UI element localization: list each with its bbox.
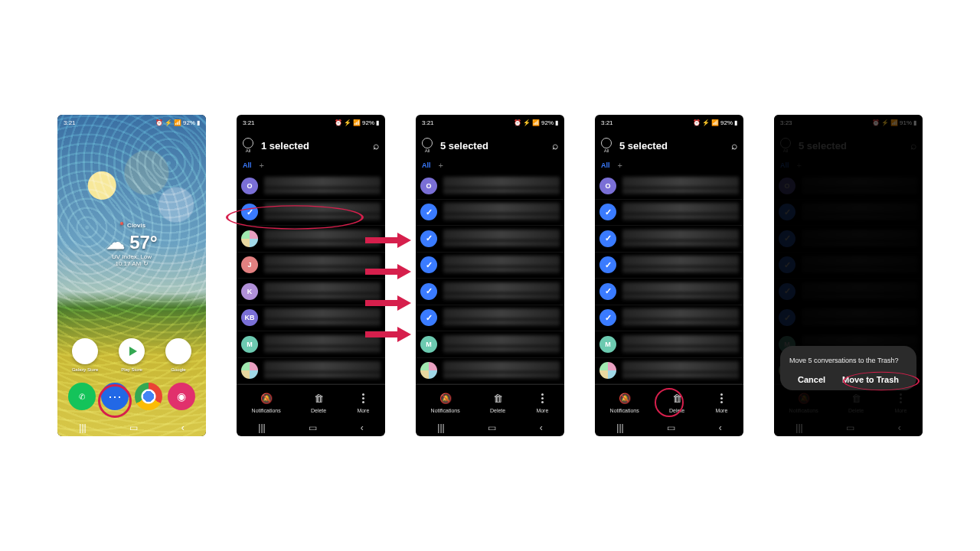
search-icon[interactable]: [373, 139, 379, 152]
add-category-button[interactable]: +: [439, 161, 443, 170]
checkmark-icon[interactable]: [599, 204, 616, 220]
conversation-row[interactable]: O: [237, 173, 385, 200]
recents-button[interactable]: |||: [258, 422, 265, 433]
conversation-row[interactable]: O: [416, 173, 564, 200]
contact-avatar[interactable]: [599, 362, 616, 379]
conversation-preview: [622, 177, 739, 195]
checkmark-icon[interactable]: [420, 256, 437, 273]
conversation-row[interactable]: [416, 358, 564, 385]
contact-avatar[interactable]: M: [599, 336, 616, 353]
delete-action[interactable]: Delete: [669, 392, 684, 413]
contact-avatar[interactable]: [241, 362, 258, 379]
add-category-button[interactable]: +: [618, 161, 622, 170]
android-nav[interactable]: ||| ▭ ‹: [595, 419, 743, 436]
contact-avatar[interactable]: J: [241, 256, 258, 273]
contact-avatar[interactable]: KB: [241, 309, 258, 326]
contact-avatar[interactable]: O: [420, 178, 437, 194]
checkmark-icon[interactable]: [241, 204, 258, 220]
conversation-row[interactable]: [416, 253, 564, 279]
back-button[interactable]: ‹: [540, 422, 543, 433]
conversation-row[interactable]: [595, 253, 743, 279]
cancel-button[interactable]: Cancel: [798, 375, 825, 384]
select-all-button[interactable]: All: [243, 138, 253, 153]
notifications-action[interactable]: Notifications: [431, 392, 460, 413]
conversation-list[interactable]: OJKKBM: [237, 173, 385, 384]
notifications-action[interactable]: Notifications: [610, 392, 639, 413]
more-action[interactable]: More: [714, 392, 728, 413]
contact-avatar[interactable]: [241, 230, 258, 247]
more-action[interactable]: More: [356, 392, 370, 413]
conversation-row[interactable]: K: [237, 279, 385, 305]
home-button[interactable]: ▭: [129, 422, 138, 433]
messages-app[interactable]: ⋯: [101, 383, 129, 410]
back-button[interactable]: ‹: [361, 422, 364, 433]
android-nav[interactable]: ||| ▭ ‹: [57, 419, 206, 436]
conversation-list[interactable]: OM: [416, 173, 564, 384]
contact-avatar[interactable]: M: [420, 336, 437, 353]
recents-button[interactable]: |||: [437, 422, 444, 433]
conversation-row[interactable]: [595, 200, 743, 227]
android-nav[interactable]: ||| ▭ ‹: [237, 419, 385, 436]
conversation-row[interactable]: [237, 200, 385, 227]
more-action[interactable]: More: [535, 392, 549, 413]
home-button[interactable]: ▭: [488, 422, 496, 433]
conversation-row[interactable]: [237, 226, 385, 253]
back-button[interactable]: ‹: [181, 422, 185, 433]
conversation-row[interactable]: [416, 305, 564, 332]
checkmark-icon[interactable]: [599, 256, 616, 273]
chrome-app[interactable]: [135, 383, 162, 410]
checkmark-icon[interactable]: [420, 230, 437, 247]
move-to-trash-button[interactable]: Move to Trash: [842, 375, 899, 384]
checkmark-icon[interactable]: [420, 204, 437, 220]
select-all-button[interactable]: All: [422, 138, 433, 153]
conversation-row[interactable]: O: [595, 173, 743, 200]
conversation-row[interactable]: [237, 358, 385, 385]
app-google-folder[interactable]: Google: [163, 338, 194, 372]
notifications-action[interactable]: Notifications: [252, 392, 281, 413]
android-nav[interactable]: ||| ▭ ‹: [416, 419, 564, 436]
app-galaxy-store[interactable]: 🛍 Galaxy Store: [70, 338, 100, 372]
conversation-row[interactable]: M: [416, 331, 564, 358]
recents-button[interactable]: |||: [79, 422, 86, 433]
contact-avatar[interactable]: O: [599, 178, 616, 194]
checkmark-icon[interactable]: [599, 283, 616, 300]
conversation-row[interactable]: J: [237, 253, 385, 279]
recents-button[interactable]: |||: [616, 422, 623, 433]
tab-all[interactable]: All: [601, 161, 610, 169]
add-category-button[interactable]: +: [260, 161, 264, 170]
selection-header: All 1 selected: [237, 130, 385, 161]
conversation-row[interactable]: [595, 226, 743, 253]
conversation-row[interactable]: KB: [237, 305, 385, 332]
conversation-row[interactable]: [416, 200, 564, 227]
conversation-row[interactable]: M: [237, 331, 385, 358]
conversation-row[interactable]: [416, 226, 564, 253]
contact-avatar[interactable]: [420, 362, 437, 379]
search-icon[interactable]: [552, 139, 558, 152]
conversation-row[interactable]: [416, 279, 564, 305]
phone-app[interactable]: ✆: [68, 383, 96, 410]
home-button[interactable]: ▭: [667, 422, 675, 433]
conversation-list[interactable]: OM: [595, 173, 743, 384]
conversation-row[interactable]: [595, 358, 743, 385]
home-button[interactable]: ▭: [309, 422, 317, 433]
conversation-row[interactable]: M: [595, 331, 743, 358]
tab-all[interactable]: All: [422, 161, 431, 169]
delete-action[interactable]: Delete: [490, 392, 505, 413]
delete-action[interactable]: Delete: [311, 392, 326, 413]
contact-avatar[interactable]: M: [241, 336, 258, 353]
conversation-row[interactable]: [595, 279, 743, 305]
checkmark-icon[interactable]: [599, 230, 616, 247]
instagram-app[interactable]: ◉: [168, 383, 195, 410]
contact-avatar[interactable]: O: [241, 178, 258, 194]
contact-avatar[interactable]: K: [241, 283, 258, 300]
checkmark-icon[interactable]: [420, 283, 437, 300]
checkmark-icon[interactable]: [599, 309, 616, 326]
conversation-row[interactable]: [595, 305, 743, 332]
select-all-button[interactable]: All: [601, 138, 612, 153]
app-play-store[interactable]: Play Store: [116, 338, 147, 372]
tab-all[interactable]: All: [243, 161, 252, 169]
checkmark-icon[interactable]: [420, 309, 437, 326]
weather-widget[interactable]: 📍 Clovis 57° UV Index: Low 10:17 AM ↻: [106, 222, 158, 267]
back-button[interactable]: ‹: [719, 422, 722, 433]
search-icon[interactable]: [731, 139, 737, 152]
